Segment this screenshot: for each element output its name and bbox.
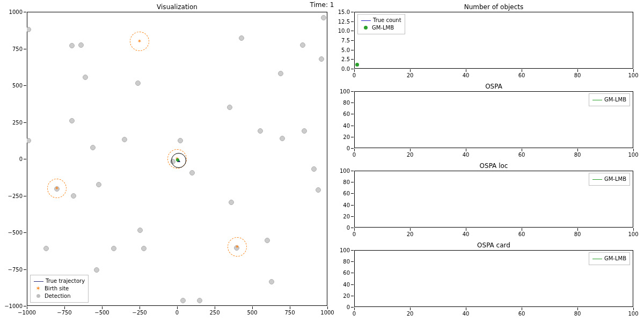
detection-marker <box>178 138 183 143</box>
x-tick <box>252 306 253 309</box>
x-tick <box>140 306 140 309</box>
detection-marker <box>141 246 147 251</box>
x-tick <box>327 306 328 309</box>
detection-marker <box>94 267 99 273</box>
y-tick-label: 40 <box>343 202 350 208</box>
y-tick <box>24 269 26 270</box>
y-tick-label: 15.0 <box>338 9 350 15</box>
detection-marker <box>229 200 234 205</box>
x-tick-label: 0 <box>353 72 356 78</box>
legend-entry: True count <box>361 17 401 24</box>
figure-root: Time: 1 Visualization ✶✶✶✶ True trajecto… <box>0 0 644 322</box>
x-tick <box>577 69 578 72</box>
y-tick <box>351 12 354 12</box>
plot-title: OSPA <box>354 83 633 90</box>
y-tick <box>351 91 354 92</box>
detection-marker <box>316 187 321 193</box>
x-tick <box>577 228 578 231</box>
y-tick-label: 0 <box>347 304 350 310</box>
x-tick <box>466 308 466 310</box>
legend-entry: ✶Birth site <box>34 285 85 292</box>
x-tick <box>215 306 215 309</box>
line-swatch-icon <box>592 100 602 100</box>
plot-title: OSPA loc <box>354 162 633 170</box>
y-tick <box>351 50 354 50</box>
x-tick-label: 1000 <box>320 310 334 316</box>
detection-marker <box>278 71 283 76</box>
detection-marker <box>90 145 96 150</box>
detection-marker <box>27 27 31 32</box>
x-tick <box>410 228 411 231</box>
y-tick-label: 12.5 <box>338 18 350 24</box>
x-tick <box>522 308 522 310</box>
y-tick-label: 0.0 <box>341 66 350 72</box>
legend-label: Detection <box>45 292 71 300</box>
detection-marker <box>78 42 84 48</box>
y-tick <box>24 122 26 123</box>
x-tick <box>633 149 634 151</box>
x-tick-label: 100 <box>628 311 638 317</box>
x-tick <box>522 228 522 231</box>
plot-markers-layer: ✶✶✶✶ <box>27 12 327 306</box>
detection-marker <box>111 246 116 251</box>
x-tick <box>354 69 355 72</box>
detection-marker <box>43 246 49 251</box>
x-tick-label: 60 <box>518 231 525 237</box>
x-tick <box>577 149 578 151</box>
x-tick <box>27 306 27 309</box>
legend-entry: GM-LMB <box>592 255 626 262</box>
legend-entry: Detection <box>34 292 85 300</box>
y-tick <box>351 40 354 41</box>
y-tick-label: 100 <box>340 168 350 174</box>
x-tick-label: 80 <box>574 311 581 317</box>
y-tick-label: 0 <box>19 156 23 162</box>
plot-title: OSPA card <box>354 241 633 249</box>
y-tick <box>24 49 26 49</box>
y-tick <box>351 148 354 149</box>
y-tick <box>351 307 354 308</box>
y-tick-label: 20 <box>343 213 350 219</box>
detection-marker <box>69 118 75 123</box>
y-tick-label: 750 <box>12 46 23 52</box>
x-tick-label: 0 <box>353 311 356 317</box>
x-tick-label: 60 <box>518 72 525 78</box>
ospa-plot: OSPA GM-LMB 020406080100020406080100 <box>354 91 633 148</box>
y-tick <box>351 284 354 285</box>
plot-title: Visualization <box>27 3 327 11</box>
y-tick-label: 100 <box>340 247 350 253</box>
detection-marker <box>280 136 285 141</box>
x-tick-label: 100 <box>628 72 638 78</box>
y-tick <box>24 196 26 196</box>
detection-marker <box>137 228 143 233</box>
x-tick-label: −250 <box>132 310 147 316</box>
x-tick-label: 80 <box>574 72 581 78</box>
y-tick-label: −250 <box>8 193 23 199</box>
detection-marker <box>69 43 75 48</box>
ospa-loc-legend: GM-LMB <box>589 173 630 186</box>
x-tick-label: 0 <box>353 231 356 237</box>
x-tick-label: −1000 <box>18 310 36 316</box>
viz-legend: True trajectory✶Birth siteDetection <box>30 275 89 303</box>
legend-entry: GM-LMB <box>592 175 626 183</box>
line-swatch-icon <box>592 259 602 259</box>
detection-marker <box>321 15 326 20</box>
x-tick <box>633 308 634 310</box>
y-tick-label: −500 <box>8 230 23 236</box>
x-tick-label: 20 <box>407 311 414 317</box>
y-tick <box>351 250 354 251</box>
y-tick-label: 80 <box>343 100 350 106</box>
x-tick <box>354 149 355 151</box>
birth-site-star-icon: ✶ <box>55 186 59 191</box>
x-tick <box>522 69 522 72</box>
x-tick <box>354 308 355 310</box>
detection-marker <box>269 279 274 284</box>
detection-marker <box>258 128 263 134</box>
x-tick <box>633 228 634 231</box>
y-tick-label: 60 <box>343 191 350 196</box>
y-tick <box>351 171 354 171</box>
y-tick-label: 60 <box>343 270 350 276</box>
y-tick-label: 7.5 <box>341 38 350 43</box>
x-tick <box>64 306 65 309</box>
legend-label: GM-LMB <box>604 175 626 183</box>
line-swatch-icon <box>34 281 43 282</box>
